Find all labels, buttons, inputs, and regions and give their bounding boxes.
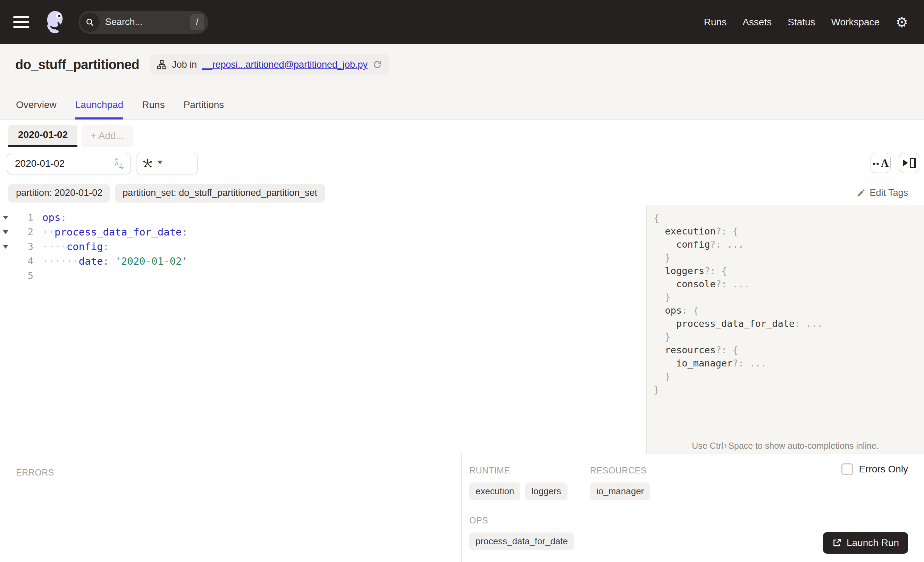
tag-pill-partition-set: partition_set: do_stuff_partitioned_part…	[115, 184, 325, 203]
fold-arrow-icon[interactable]	[3, 230, 8, 234]
schema-line: }	[654, 251, 924, 264]
nav-link-runs[interactable]: Runs	[704, 17, 726, 28]
tab-overview[interactable]: Overview	[16, 99, 57, 119]
config-schema-panel: { execution?: { config?: ... } loggers?:…	[646, 205, 924, 454]
config-chip-execution[interactable]: execution	[469, 482, 520, 500]
fold-arrow-icon[interactable]	[3, 216, 8, 219]
editor-toolbar: ••A	[870, 153, 919, 173]
dagster-app-window: / Runs Assets Status Workspace ⚙ do_stuf…	[0, 0, 924, 562]
sort-az-icon[interactable]: A Z	[113, 157, 126, 170]
editor-gutter: 3	[0, 239, 39, 254]
job-header: do_stuff_partitioned Job in __reposi...a…	[0, 44, 924, 120]
bottom-panel: ERRORS RUNTIME execution loggers OPS pro…	[0, 454, 924, 562]
dots-a-icon: ••A	[873, 158, 889, 168]
tags-row: partition: 2020-01-02 partition_set: do_…	[0, 181, 924, 205]
external-link-icon	[832, 538, 842, 548]
job-tabs: Overview Launchpad Runs Partitions	[16, 99, 224, 119]
resources-section-label: RESOURCES	[590, 466, 650, 475]
partition-select-input[interactable]	[7, 158, 113, 169]
line-number: 1	[28, 212, 33, 222]
schema-line: }	[654, 291, 924, 304]
line-number: 2	[28, 227, 33, 237]
nav-link-assets[interactable]: Assets	[742, 17, 772, 28]
runtime-section-label: RUNTIME	[469, 466, 574, 475]
tag-pill-partition: partition: 2020-01-02	[8, 184, 110, 203]
schema-line: loggers?: {	[654, 264, 924, 278]
reload-icon[interactable]	[372, 60, 382, 69]
gutter-divider	[39, 205, 39, 454]
schema-line: io_manager?: ...	[654, 357, 924, 370]
errors-only-checkbox[interactable]	[842, 463, 853, 475]
schema-line: console?: ...	[654, 278, 924, 291]
tab-launchpad[interactable]: Launchpad	[75, 99, 124, 119]
svg-text:A: A	[115, 161, 119, 167]
editor-gutter: 4	[0, 254, 39, 269]
op-selector-icon	[142, 158, 153, 169]
errors-only-control: Errors Only	[842, 463, 908, 475]
op-selector-input[interactable]: *	[136, 153, 198, 174]
code-line[interactable]: ··process_data_for_date:	[39, 225, 188, 239]
schema-line: process_data_for_date: ...	[654, 317, 924, 330]
search-input[interactable]	[100, 17, 190, 27]
code-line[interactable]: ······date: '2020-01-02'	[39, 254, 188, 269]
schema-line: ops: {	[654, 304, 924, 317]
hamburger-menu-icon[interactable]	[13, 17, 29, 28]
tab-runs[interactable]: Runs	[142, 99, 165, 119]
editor-gutter: 5	[0, 269, 39, 283]
launchpad-workspace: 1 ops: 2 ··process_data_for_date: 3 ····…	[0, 205, 924, 454]
partition-selector[interactable]: A Z	[7, 153, 131, 174]
settings-gear-icon[interactable]: ⚙	[896, 15, 908, 29]
launch-run-label: Launch Run	[847, 537, 899, 548]
schema-line: resources?: {	[654, 344, 924, 357]
page-title: do_stuff_partitioned	[15, 57, 139, 72]
editor-gutter: 1	[0, 210, 39, 225]
autocomplete-hint: Use Ctrl+Space to show auto-completions …	[646, 437, 924, 454]
code-line[interactable]: ops:	[39, 210, 67, 225]
schema-line: execution?: {	[654, 225, 924, 238]
editor-line[interactable]: 2 ··process_data_for_date:	[0, 225, 646, 239]
config-tab-strip: 2020-01-02 + Add...	[0, 120, 924, 147]
code-line[interactable]: ····config:	[39, 239, 109, 254]
config-tab-2020-01-02[interactable]: 2020-01-02	[8, 125, 77, 147]
selector-row: A Z * ••A	[0, 147, 924, 181]
launch-run-button[interactable]: Launch Run	[823, 532, 908, 554]
scaffold-config-button[interactable]	[899, 153, 919, 173]
errors-section: ERRORS	[0, 454, 462, 562]
play-rect-icon	[903, 158, 916, 168]
edit-tags-label: Edit Tags	[870, 188, 908, 198]
nav-links: Runs Assets Status Workspace	[704, 17, 880, 28]
schema-line: {	[654, 212, 924, 225]
config-chip-process-data-for-date[interactable]: process_data_for_date	[469, 532, 574, 550]
editor-line[interactable]: 3 ····config:	[0, 239, 646, 254]
line-number: 3	[28, 241, 33, 252]
schema-line: }	[654, 370, 924, 383]
dagster-logo[interactable]	[39, 8, 68, 37]
job-location-link[interactable]: __reposi...artitioned@partitioned_job.py	[202, 59, 368, 70]
errors-only-label: Errors Only	[859, 464, 908, 475]
nav-link-status[interactable]: Status	[788, 17, 815, 28]
add-config-tab-button[interactable]: + Add...	[82, 125, 133, 147]
nav-link-workspace[interactable]: Workspace	[831, 17, 880, 28]
config-chip-loggers[interactable]: loggers	[525, 482, 567, 500]
editor-gutter: 2	[0, 225, 39, 239]
editor-line[interactable]: 5	[0, 269, 646, 283]
line-number: 4	[28, 255, 33, 266]
job-location-badge: Job in __reposi...artitioned@partitioned…	[150, 54, 389, 75]
config-chip-io-manager[interactable]: io_manager	[590, 482, 650, 500]
line-number: 5	[28, 270, 33, 281]
job-badge-prefix: Job in	[172, 59, 197, 70]
ops-section-label: OPS	[469, 515, 574, 526]
global-search[interactable]: /	[78, 11, 208, 34]
slash-shortcut-badge: /	[190, 14, 204, 30]
editor-line[interactable]: 4 ······date: '2020-01-02'	[0, 254, 646, 269]
schema-line: }	[654, 330, 924, 344]
tab-partitions[interactable]: Partitions	[184, 99, 224, 119]
schema-line: config?: ...	[654, 238, 924, 251]
editor-line[interactable]: 1 ops:	[0, 210, 646, 225]
fold-arrow-icon[interactable]	[3, 245, 8, 249]
job-icon	[156, 59, 167, 70]
code-line[interactable]	[39, 269, 42, 283]
whitespace-toggle-button[interactable]: ••A	[870, 153, 891, 173]
edit-tags-button[interactable]: Edit Tags	[856, 188, 908, 198]
config-editor[interactable]: 1 ops: 2 ··process_data_for_date: 3 ····…	[0, 205, 646, 454]
